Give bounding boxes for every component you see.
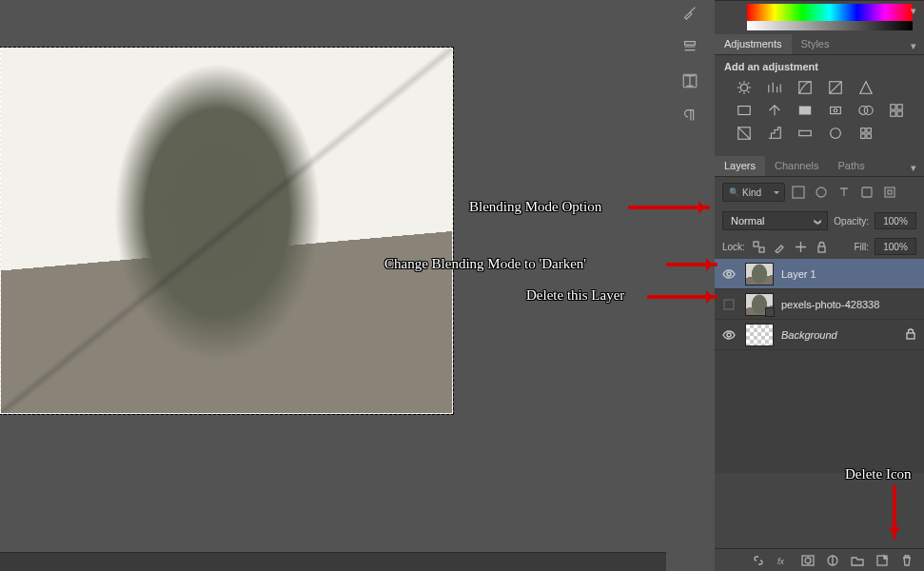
vertical-toolbar <box>676 0 704 152</box>
color-balance-adjustment-icon[interactable] <box>764 101 785 120</box>
filter-pixel-icon[interactable] <box>789 183 808 202</box>
color-lookup-adjustment-icon[interactable] <box>886 101 907 120</box>
svg-rect-18 <box>867 128 871 132</box>
annotation-arrow <box>666 263 718 266</box>
svg-point-9 <box>864 107 873 115</box>
annotation-arrow <box>647 295 718 299</box>
visibility-toggle-icon[interactable] <box>720 326 737 344</box>
color-panel: ▾ <box>715 0 924 34</box>
status-bar <box>0 552 666 571</box>
adjustments-tabs: Adjustments Styles ▾ <box>715 34 924 55</box>
svg-point-16 <box>831 128 841 139</box>
lock-all-icon[interactable] <box>814 238 831 255</box>
layers-panel-bottom-bar: fx <box>715 548 924 571</box>
layer-thumbnail[interactable] <box>745 293 774 316</box>
tab-channels[interactable]: Channels <box>765 156 828 176</box>
layer-row[interactable]: Layer 1 <box>715 259 924 289</box>
svg-rect-25 <box>888 190 892 194</box>
smart-object-badge-icon <box>765 307 775 317</box>
posterize-adjustment-icon[interactable] <box>764 124 785 143</box>
hue-adjustment-icon[interactable] <box>734 101 755 120</box>
visibility-toggle-icon[interactable] <box>720 266 737 283</box>
preset-panel-icon[interactable] <box>679 36 700 57</box>
filter-adjustment-icon[interactable] <box>812 183 831 202</box>
tab-adjustments[interactable]: Adjustments <box>715 34 792 54</box>
photo-filter-adjustment-icon[interactable] <box>825 101 846 120</box>
blend-mode-select[interactable]: Normal <box>722 211 828 230</box>
document-canvas[interactable] <box>0 48 453 414</box>
panel-menu-icon[interactable]: ▾ <box>911 40 920 49</box>
lock-transparent-icon[interactable] <box>751 238 768 255</box>
tab-styles[interactable]: Styles <box>792 34 839 54</box>
annotation-blend-mode: Blending Mode Option <box>469 199 601 215</box>
link-layers-icon[interactable] <box>751 553 766 568</box>
layer-style-icon[interactable]: fx <box>776 553 791 568</box>
layer-name[interactable]: pexels-photo-428338 <box>781 299 918 310</box>
lock-position-icon[interactable] <box>793 238 810 255</box>
svg-rect-5 <box>799 107 811 115</box>
svg-rect-10 <box>891 105 895 109</box>
tab-layers[interactable]: Layers <box>715 156 765 176</box>
svg-rect-30 <box>724 300 734 309</box>
svg-rect-20 <box>867 134 871 138</box>
opacity-label: Opacity: <box>834 216 869 226</box>
layer-thumbnail[interactable] <box>745 324 774 346</box>
character-panel-icon[interactable] <box>679 70 700 91</box>
new-layer-icon[interactable] <box>875 553 890 568</box>
layer-thumbnail[interactable] <box>745 263 774 286</box>
adjustments-title: Add an adjustment <box>724 61 914 72</box>
svg-rect-6 <box>831 107 841 113</box>
layer-name[interactable]: Layer 1 <box>781 268 918 280</box>
vibrance-adjustment-icon[interactable] <box>855 78 876 97</box>
curves-adjustment-icon[interactable] <box>795 78 816 97</box>
opacity-value[interactable]: 100% <box>875 212 916 229</box>
hue-gradient[interactable] <box>747 4 913 21</box>
delete-layer-icon[interactable] <box>899 553 914 568</box>
fill-value[interactable]: 100% <box>875 238 916 255</box>
panel-menu-icon[interactable]: ▾ <box>911 5 920 14</box>
new-group-icon[interactable] <box>850 553 865 568</box>
layer-row[interactable]: Background <box>715 320 924 350</box>
image-diagonal <box>1 49 452 413</box>
brightness-adjustment-icon[interactable] <box>734 78 755 97</box>
filter-smart-icon[interactable] <box>880 183 899 202</box>
svg-rect-27 <box>759 247 764 252</box>
layers-list: Layer 1 pexels-photo-428338 Background <box>715 259 924 473</box>
tab-paths[interactable]: Paths <box>829 156 875 176</box>
layer-filter-kind-select[interactable]: Kind <box>722 183 785 202</box>
svg-rect-21 <box>793 187 804 198</box>
bw-gradient[interactable] <box>747 21 913 30</box>
svg-point-8 <box>859 107 868 115</box>
svg-rect-19 <box>861 134 865 138</box>
svg-rect-15 <box>799 130 811 135</box>
layer-mask-icon[interactable] <box>800 553 816 568</box>
filter-type-icon[interactable] <box>835 183 854 202</box>
svg-point-29 <box>727 272 731 276</box>
levels-adjustment-icon[interactable] <box>764 78 785 97</box>
adjustment-layer-icon[interactable] <box>825 553 840 568</box>
visibility-toggle-icon[interactable] <box>720 296 737 313</box>
selective-color-adjustment-icon[interactable] <box>855 124 876 143</box>
svg-rect-28 <box>818 246 825 252</box>
svg-rect-4 <box>738 107 750 115</box>
brush-panel-icon[interactable] <box>679 2 700 23</box>
filter-shape-icon[interactable] <box>857 183 876 202</box>
panel-menu-icon[interactable]: ▾ <box>911 162 920 171</box>
exposure-adjustment-icon[interactable] <box>825 78 846 97</box>
annotation-darken: Change Blending Mode to 'Darken' <box>384 256 586 272</box>
svg-rect-11 <box>897 105 902 109</box>
annotation-arrow-down <box>893 485 896 539</box>
channel-mixer-adjustment-icon[interactable] <box>855 101 876 120</box>
svg-rect-26 <box>754 242 758 246</box>
lock-pixels-icon[interactable] <box>772 238 789 255</box>
layer-row[interactable]: pexels-photo-428338 <box>715 289 924 320</box>
paragraph-panel-icon[interactable] <box>679 105 700 126</box>
layer-name[interactable]: Background <box>781 329 897 341</box>
annotation-delete-layer: Delete this Layer <box>526 287 624 304</box>
invert-adjustment-icon[interactable] <box>734 124 755 143</box>
canvas-area <box>0 0 666 571</box>
bw-adjustment-icon[interactable] <box>795 101 816 120</box>
gradient-map-adjustment-icon[interactable] <box>825 124 846 143</box>
svg-rect-23 <box>862 187 872 197</box>
threshold-adjustment-icon[interactable] <box>795 124 816 143</box>
